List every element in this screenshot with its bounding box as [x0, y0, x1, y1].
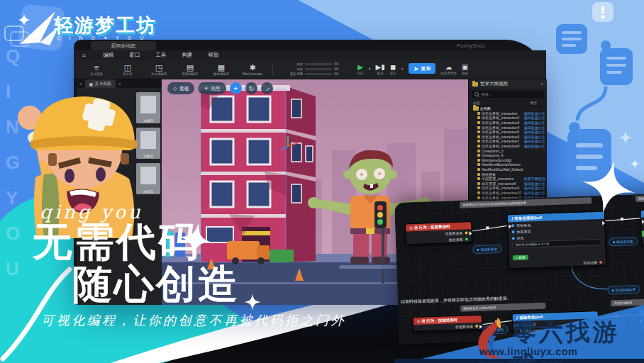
pin-dot [477, 248, 479, 250]
outliner-row[interactable]: Crewpoints_3 [469, 148, 547, 153]
toolbar-label: MiceGenerate [237, 72, 268, 76]
alert-bubble-icon [592, 2, 614, 22]
object-icon [477, 130, 480, 133]
lighting-button[interactable]: ☀ 光照 [198, 82, 226, 94]
menu-构建[interactable]: 构建 [182, 52, 192, 59]
outliner-item-name: Crewpoints_4 [482, 153, 523, 157]
perf-value: 0% [334, 67, 339, 71]
script-node[interactable]: ◎ 当 行为：技能释放时技能释放者触发参数 [405, 221, 472, 245]
pin-dot[interactable] [511, 230, 514, 233]
toolbar-button-界面编辑器[interactable]: ▤界面编辑器 [174, 63, 206, 76]
toolbar-button-MiceGenerate[interactable]: ✱MiceGenerate [237, 63, 268, 76]
rotate-tool-button[interactable]: ↻ [245, 82, 257, 94]
pin-dot[interactable] [511, 224, 514, 227]
chevron-down-icon[interactable]: ▾ [369, 66, 371, 71]
toolbar-内容库提交[interactable]: ☁内容库提交 [440, 63, 457, 75]
exec-pin-out[interactable] [469, 231, 472, 235]
menu-编辑[interactable]: 编辑 [103, 52, 113, 59]
perf-value: 0% [334, 62, 339, 66]
script-node[interactable]: ƒ 给角色添加Buff目标角色效果类型时长按时长自动移除 ▾ 2.0 秒＋新增添… [507, 211, 607, 269]
outliner-row[interactable]: Crewpoints_4 [469, 153, 547, 158]
outliner-row[interactable]: 城市房屋_interactive8编辑器放占位 [469, 182, 547, 186]
window-title: FunnySocc [457, 43, 485, 49]
hero-line2: 随心创造 [72, 264, 240, 305]
outliner-row[interactable]: 球形边界框_interactive3编辑器放占位 [469, 121, 547, 125]
outliner-row[interactable]: 球形边界框_interactive9编辑器放占位 [469, 186, 547, 191]
outliner-item-type: 编辑器放占位 [523, 182, 547, 186]
outliner-item-name: 城市房屋_interactive8 [482, 182, 523, 186]
pin-dot[interactable] [465, 238, 468, 240]
chevron-down-icon[interactable]: ▾ [401, 66, 404, 71]
outliner-title: 世界大纲视图 [480, 81, 508, 87]
outliner-row[interactable]: 球形边界框_interactive4编辑器放占位 [469, 125, 547, 130]
document-icon [556, 24, 587, 54]
toolbar-模板[interactable]: ▣模板 [462, 63, 468, 75]
outliner-item-name: 球形边界框_interactive6 [482, 135, 523, 139]
perf-label: 渲染 [280, 67, 303, 71]
outliner-row[interactable]: 球形边界框_interactive5编辑器放占位 [469, 130, 547, 135]
toolbar-label: 界面编辑器 [174, 72, 206, 76]
perf-bar [305, 68, 332, 70]
pin-dot[interactable] [512, 237, 515, 240]
playbar-label: 暂停 [376, 72, 385, 75]
outliner-row[interactable]: MaxMoveBoundsVolume [469, 162, 547, 167]
toolbar-button-数据编辑器[interactable]: ▦数据编辑器 [206, 63, 237, 76]
outliner-item-type: 编辑器放占位 [523, 121, 547, 125]
playbar-暂停[interactable]: ▶▮暂停 [376, 63, 385, 75]
toolbar-label: 数据编辑器 [206, 72, 237, 76]
outliner-row[interactable]: 球形边界框_interactive2编辑器放占位 [469, 116, 547, 121]
outliner-row[interactable]: 球形边界框_interactive10编辑器放占位 [469, 191, 547, 196]
hero-star-small-icon [244, 294, 261, 311]
outliner-row[interactable]: 中国房屋_interactive检测平面阻挡 [469, 177, 547, 182]
move-tool-button[interactable]: + [230, 82, 242, 94]
outliner-row[interactable]: NavMeshDocWall_Default [469, 167, 547, 172]
outliner-item-name: 中国房屋_interactive [482, 177, 523, 181]
outliner-row[interactable]: 球形边界框_interactive8编辑器放占位 [469, 144, 547, 149]
outliner-row[interactable]: 球形边界框_interactive6编辑器放占位 [469, 135, 547, 140]
wire-label: 技能释放者 [480, 247, 497, 252]
node-port[interactable]: 触发参数 [406, 235, 472, 244]
scale-tool-button[interactable]: ↔ [261, 82, 273, 94]
close-icon[interactable]: × [540, 82, 543, 86]
perf-row: 内存0% [280, 62, 339, 67]
outliner-row[interactable]: MiniGameSyncMgr [469, 158, 547, 163]
pin-dot[interactable] [465, 231, 467, 234]
hero-star-icon [176, 220, 216, 259]
add-button[interactable]: ＋新增 [513, 255, 528, 260]
playbar-运行[interactable]: ▶运行 [357, 63, 364, 75]
menu-帮助[interactable]: 帮助 [208, 52, 218, 59]
port-label: 触发参数 [449, 237, 463, 242]
toolbar-label: 内容库提交 [440, 72, 457, 75]
outliner-row[interactable]: 相机视角 [469, 172, 547, 177]
object-icon [477, 126, 480, 129]
publish-button[interactable]: ➤发布 [409, 63, 436, 74]
step-icon: ▶▮ [376, 63, 385, 72]
menu-工具[interactable]: 工具 [155, 52, 166, 59]
pin-dot[interactable] [599, 260, 602, 263]
menu-窗口[interactable]: 窗口 [129, 52, 140, 59]
exec-pin-in[interactable] [509, 224, 511, 228]
script-node[interactable]: ƒ 判断区域周期间隔 秒 ▾ƒ 当区域检测到角色● 进入角色离开位置 ◆ [640, 207, 644, 245]
perspective-button[interactable]: ◇ 透视 [167, 82, 194, 94]
outliner-item-name: 球形边界框_interactive9 [482, 186, 523, 190]
outliner-row[interactable]: 球形边界框_interactive编辑器放占位 [469, 111, 547, 116]
pink-building [198, 85, 316, 262]
object-icon [477, 182, 480, 185]
object-icon [477, 191, 480, 194]
small-star-icon [618, 130, 633, 145]
port-label: 时长 [517, 235, 524, 240]
play-icon: ▶ [357, 63, 364, 72]
object-icon [477, 177, 480, 180]
outliner-row[interactable]: 球形边界框_interactive7编辑器放占位 [469, 139, 547, 144]
hamburger-icon[interactable]: ≡ [82, 52, 86, 59]
play-controls: ▶运行▾▶▮暂停◼停止▾➤发布☁内容库提交▣模板 [357, 63, 469, 75]
document-icon [600, 48, 633, 85]
outliner-search[interactable]: 搜索... [472, 91, 544, 98]
outliner-item-name: Crewpoints_3 [482, 149, 523, 153]
playbar-停止[interactable]: ◼停止 [390, 63, 396, 75]
watermark-url-1: www.lingliuyx.com [479, 346, 577, 357]
outliner-row[interactable]: 公共库 [469, 106, 547, 111]
map-tab[interactable]: 新同步地图 [91, 41, 156, 50]
exec-pin-out[interactable] [602, 221, 605, 225]
object-icon [477, 154, 480, 157]
